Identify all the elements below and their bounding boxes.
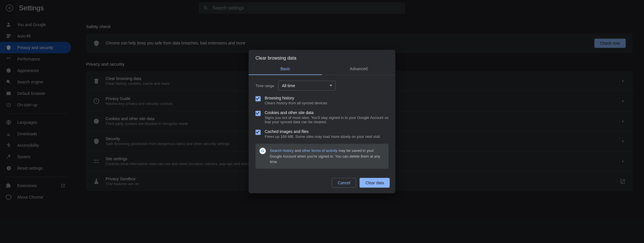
time-range-value: All time [282,83,295,88]
checkbox-cached[interactable] [255,130,261,135]
tab-advanced[interactable]: Advanced [322,63,395,75]
option-title: Browsing history [265,96,327,100]
option-sub: Frees up 169 MB. Some sites may load mor… [265,134,381,139]
cancel-button[interactable]: Cancel [332,178,356,187]
checkbox-cookies[interactable] [255,111,261,116]
option-browsing-history[interactable]: Browsing history Clears history from all… [255,96,389,105]
option-title: Cookies and other site data [265,110,389,115]
dialog-title: Clear browsing data [249,50,395,63]
google-logo-icon: G [259,148,266,154]
dialog-tabs: Basic Advanced [249,63,395,75]
tab-basic[interactable]: Basic [249,63,322,75]
time-range-select[interactable]: All time [278,81,335,91]
search-history-link[interactable]: Search history [270,148,294,153]
google-account-note: G Search history and other forms of acti… [255,144,389,169]
option-cookies[interactable]: Cookies and other site data Signs you ou… [255,110,389,124]
option-sub: Signs you out of most sites. You'll stay… [265,115,389,124]
clear-data-button[interactable]: Clear data [360,178,390,187]
other-forms-link[interactable]: other forms of activity [302,148,337,153]
clear-browsing-data-dialog: Clear browsing data Basic Advanced Time … [249,50,395,193]
chevron-down-icon [329,85,332,87]
time-range-label: Time range [255,83,274,88]
option-title: Cached images and files [265,129,381,134]
checkbox-browsing-history[interactable] [255,96,261,101]
option-sub: Clears history from all synced devices [265,101,327,105]
option-cached[interactable]: Cached images and files Frees up 169 MB.… [255,129,389,139]
